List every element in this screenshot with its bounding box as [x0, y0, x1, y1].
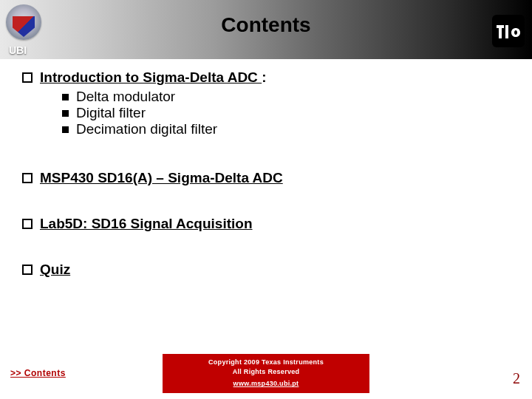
- toc-item-suffix: :: [262, 69, 266, 85]
- toc-link-quiz[interactable]: Quiz: [40, 262, 70, 278]
- slide-body: Introduction to Sigma-Delta ADC : Delta …: [22, 69, 510, 307]
- toc-link-msp430[interactable]: MSP430 SD16(A) – Sigma-Delta ADC: [40, 170, 283, 186]
- slide-header: UBI Contents: [0, 0, 532, 59]
- ubi-label: UBI: [9, 44, 27, 56]
- bullet-square-icon: [62, 94, 69, 100]
- toc-sub-label: Digital filter: [76, 105, 146, 120]
- toc-sub-label: Decimation digital filter: [76, 121, 217, 137]
- bullet-box-icon: [22, 219, 33, 229]
- toc-item-lab5d: Lab5D: SD16 Signal Acquisition: [22, 216, 510, 232]
- footer-url-link[interactable]: www.msp430.ubi.pt: [233, 380, 299, 387]
- contents-nav-link[interactable]: >> Contents: [10, 368, 66, 378]
- copyright-line2: All Rights Reserved: [167, 367, 365, 377]
- toc-sub-digital-filter: Digital filter: [62, 105, 510, 121]
- toc-link-lab5d[interactable]: Lab5D: SD16 Signal Acquisition: [40, 216, 253, 232]
- bullet-square-icon: [62, 126, 69, 133]
- toc-sub-label: Delta modulator: [76, 89, 175, 104]
- toc-sub-decimation: Decimation digital filter: [62, 121, 510, 137]
- toc-item-intro: Introduction to Sigma-Delta ADC : Delta …: [22, 69, 510, 137]
- bullet-square-icon: [62, 110, 69, 117]
- ti-logo-icon: [492, 15, 525, 47]
- copyright-line1: Copyright 2009 Texas Instruments: [167, 358, 365, 367]
- toc-sub-delta-modulator: Delta modulator: [62, 89, 510, 105]
- toc-item-msp430: MSP430 SD16(A) – Sigma-Delta ADC: [22, 170, 510, 186]
- toc-item-quiz: Quiz: [22, 262, 510, 278]
- copyright-box: Copyright 2009 Texas Instruments All Rig…: [163, 354, 369, 393]
- bullet-box-icon: [22, 72, 33, 83]
- bullet-box-icon: [22, 265, 33, 275]
- slide-footer: >> Contents Copyright 2009 Texas Instrum…: [0, 364, 532, 399]
- page-number: 2: [513, 370, 520, 387]
- slide: UBI Contents Introduction to Sigma-Delta…: [0, 0, 532, 399]
- page-title: Contents: [0, 13, 532, 37]
- bullet-box-icon: [22, 173, 33, 183]
- toc-link-intro[interactable]: Introduction to Sigma-Delta ADC: [40, 69, 262, 85]
